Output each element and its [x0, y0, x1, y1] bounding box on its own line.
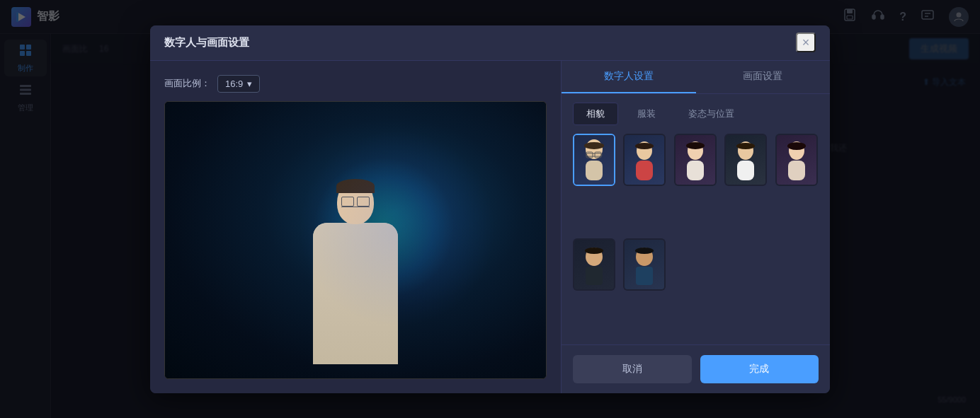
svg-rect-27: [687, 161, 704, 180]
svg-rect-39: [636, 267, 653, 285]
dh-body: [313, 223, 398, 364]
avatar-face-2: [625, 135, 664, 185]
avatar-item-1[interactable]: [573, 134, 615, 186]
subtab-outfit[interactable]: 服装: [624, 103, 669, 125]
modal: 数字人与画面设置 × 画面比例： 16:9 ▾: [150, 25, 830, 393]
ratio-dropdown[interactable]: 16:9 ▾: [217, 75, 260, 93]
avatar-item-3[interactable]: [674, 134, 717, 186]
svg-rect-23: [635, 143, 654, 149]
dh-glasses: [341, 200, 370, 207]
tab-digital-human[interactable]: 数字人设置: [562, 61, 696, 93]
modal-title: 数字人与画面设置: [164, 36, 249, 50]
subtab-pose[interactable]: 姿态与位置: [675, 103, 748, 125]
modal-body: 画面比例： 16:9 ▾: [150, 61, 830, 393]
svg-rect-29: [736, 143, 755, 149]
svg-rect-35: [585, 248, 603, 254]
avatar-face-6: [574, 240, 614, 289]
avatar-item-7[interactable]: [623, 238, 666, 291]
svg-rect-38: [635, 248, 654, 254]
svg-rect-33: [788, 161, 805, 180]
dh-head: [337, 180, 374, 224]
svg-rect-32: [787, 142, 806, 150]
svg-rect-36: [586, 267, 603, 285]
avatar-face-7: [625, 240, 664, 289]
svg-rect-30: [737, 161, 754, 180]
dh-hair: [336, 179, 375, 193]
svg-rect-21: [586, 161, 603, 180]
avatar-item-4[interactable]: [724, 134, 767, 186]
modal-footer: 取消 完成: [562, 344, 830, 393]
digital-human: [299, 180, 412, 378]
modal-overlay: 数字人与画面设置 × 画面比例： 16:9 ▾: [0, 0, 980, 418]
svg-rect-26: [686, 142, 705, 149]
confirm-button[interactable]: 完成: [700, 355, 819, 383]
avatar-face-3: [676, 135, 715, 185]
modal-header: 数字人与画面设置 ×: [150, 25, 830, 61]
modal-right: 数字人设置 画面设置 相貌 服装 姿态与位置: [561, 61, 830, 393]
svg-rect-24: [636, 161, 653, 180]
subtab-face[interactable]: 相貌: [573, 103, 618, 125]
svg-rect-17: [584, 142, 604, 149]
ratio-label: 画面比例：: [164, 77, 210, 90]
avatar-item-5[interactable]: [775, 134, 818, 186]
modal-preview: 画面比例： 16:9 ▾: [150, 61, 561, 393]
modal-sub-tabs: 相貌 服装 姿态与位置: [562, 94, 830, 125]
tab-scene[interactable]: 画面设置: [696, 61, 831, 93]
modal-tabs: 数字人设置 画面设置: [562, 61, 830, 94]
dh-suit: [313, 223, 398, 364]
avatar-grid: [562, 125, 830, 344]
modal-close-button[interactable]: ×: [796, 33, 816, 52]
dropdown-arrow-icon: ▾: [247, 79, 252, 89]
avatar-face-1: [574, 135, 614, 185]
avatar-face-5: [777, 135, 816, 185]
avatar-item-2[interactable]: [623, 134, 666, 186]
cancel-button[interactable]: 取消: [573, 355, 692, 383]
avatar-face-4: [726, 135, 765, 185]
video-bg: [165, 102, 546, 378]
ratio-selector: 画面比例： 16:9 ▾: [164, 75, 547, 93]
avatar-item-6[interactable]: [573, 238, 615, 291]
video-preview: [164, 101, 547, 379]
